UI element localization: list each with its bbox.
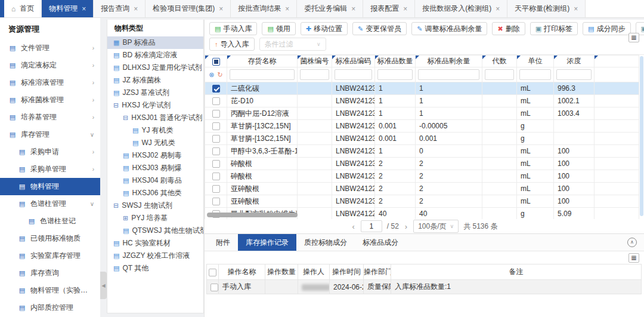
toolbar-button[interactable]: ▣打印标签 (530, 22, 578, 35)
column-header[interactable]: 菌株编号 (298, 56, 332, 67)
column-filter-input[interactable] (377, 69, 413, 80)
detail-tab[interactable]: 附件 (208, 234, 238, 251)
collapse-panel-icon[interactable]: ∧ (627, 238, 637, 247)
horizontal-scrollbar[interactable] (207, 213, 298, 217)
close-icon[interactable]: × (82, 5, 86, 13)
close-icon[interactable]: × (351, 5, 355, 13)
column-settings-icon[interactable]: ▦ (628, 33, 639, 42)
tree-node[interactable]: ▤DLHXSJ 定量用化学试剂 (107, 61, 203, 74)
sidebar-item[interactable]: ▤色谱柱管理∨ (0, 195, 100, 213)
close-icon[interactable]: × (219, 5, 223, 13)
next-page-icon[interactable]: › (404, 222, 408, 231)
sidebar-item[interactable]: ▤文件管理› (0, 39, 100, 57)
row-checkbox[interactable] (212, 198, 220, 205)
row-checkbox[interactable] (212, 110, 220, 118)
tree-node[interactable]: ▤HXSJ02 易制毒 (107, 149, 203, 162)
prev-page-icon[interactable]: ‹ (351, 222, 355, 231)
tree-node[interactable]: ▤JZSJ 基准试剂 (107, 87, 203, 99)
sidebar-item[interactable]: ▤采购单管理› (0, 161, 100, 178)
row-checkbox[interactable] (210, 284, 218, 291)
tab-0[interactable]: 物料管理× (42, 0, 94, 17)
toolbar-button[interactable]: ↑导入入库 (209, 38, 255, 51)
column-header[interactable]: 标准品编码 (332, 56, 375, 67)
toolbar-button[interactable]: ✎调整标准品剩余量 (411, 22, 487, 35)
tree-node[interactable]: ▦BP 标准品 (107, 36, 203, 49)
reset-filter-icon[interactable]: ↻ (218, 71, 223, 79)
table-row[interactable]: 草甘膦-[13C2,15N]LNBW2412340.001-0.00005g (205, 120, 639, 133)
page-size-select[interactable]: 100条/页 ∨ (413, 220, 459, 233)
row-checkbox[interactable] (212, 185, 220, 193)
sidebar-item[interactable]: ▤色谱柱登记 (0, 213, 100, 230)
condition-filter-select[interactable]: 条件过滤 ∨ (259, 38, 326, 51)
table-row[interactable]: 甲醇中3,6,3-壬基酚-13C6LNBW24123310mL100 (205, 145, 639, 158)
tree-node[interactable]: ▤JZ 标准菌株 (107, 74, 203, 87)
page-number-input[interactable] (361, 220, 382, 232)
row-checkbox[interactable] (212, 85, 220, 93)
column-header[interactable]: 标准品剩余量 (416, 56, 482, 67)
sidebar-item[interactable]: ▤标准菌株管理› (0, 91, 100, 109)
column-header[interactable]: 代数 (482, 56, 517, 67)
column-filter-input[interactable] (335, 69, 372, 80)
table-row[interactable]: 亚砷酸根LNBW24123022mL100 (205, 195, 639, 208)
tab-2[interactable]: 检验项目管理(集团)× (145, 0, 231, 17)
tab-3[interactable]: 按批查询结果× (231, 0, 297, 17)
close-icon[interactable]: × (574, 5, 578, 13)
column-filter-input[interactable] (418, 69, 479, 80)
tree-node[interactable]: ▤QTSWSJ 其他生物试剂 (107, 224, 203, 237)
tab-4[interactable]: 委托业务编辑× (297, 0, 363, 17)
table-row[interactable]: 草甘膦-[13C2,15N]LNBW2412350.0010.001g (205, 133, 639, 145)
sidebar-item[interactable]: ▤标准溶液管理› (0, 74, 100, 91)
detail-tab[interactable]: 库存操作记录 (238, 234, 296, 251)
table-row[interactable]: 芘-D10LNBW24123711mL1002.1 (205, 95, 639, 107)
column-filter-input[interactable] (556, 69, 592, 80)
tree-node[interactable]: ⊟HXSJ01 普通化学试剂 (107, 112, 203, 124)
row-checkbox[interactable] (212, 147, 220, 155)
sidebar-item[interactable]: ▤物料管理（实验室人员） (0, 282, 100, 299)
column-filter-input[interactable] (230, 69, 295, 80)
vertical-scrollbar[interactable] (640, 56, 643, 216)
tree-node[interactable]: ⊟SWSJ 生物试剂 (107, 199, 203, 212)
tab-5[interactable]: 报表配置× (363, 0, 415, 17)
detail-tab[interactable]: 质控标物成分 (296, 234, 355, 251)
tree-node[interactable]: ▤HXSJ06 其他类 (107, 187, 203, 199)
toolbar-button[interactable]: ✖删除 (492, 22, 525, 35)
column-header[interactable]: 标准品数量 (375, 56, 416, 67)
row-checkbox[interactable] (212, 173, 220, 180)
tree-node[interactable]: ⊞PYJ 培养基 (107, 212, 203, 224)
tree-node[interactable]: ▤HXSJ03 易制爆 (107, 162, 203, 174)
close-icon[interactable]: × (285, 5, 289, 13)
table-row[interactable]: 亚砷酸根LNBW24122922mL100 (205, 183, 639, 195)
table-row[interactable]: 砷酸根LNBW24123222mL100 (205, 170, 639, 183)
toolbar-button[interactable]: ✎变更保管员 (352, 22, 407, 35)
column-header[interactable]: 存货名称 (227, 56, 298, 67)
column-settings-icon[interactable]: ▦ (628, 253, 639, 263)
sidebar-item[interactable]: ▤库存查询 (0, 264, 100, 282)
table-row[interactable]: 手动入库2024-06-24质量保障部入库标准品数量:1 (207, 280, 642, 294)
tab-6[interactable]: 按批数据录入(检测组)× (415, 0, 507, 17)
table-row[interactable]: 二硫化碳LNBW24123811mL996.3 (205, 82, 639, 95)
toolbar-button[interactable]: ▤手动入库 (209, 22, 257, 35)
toolbar-button[interactable]: ▤成分同步 (583, 22, 630, 35)
row-checkbox[interactable] (212, 160, 220, 168)
tree-node[interactable]: ▤YJ 有机类 (107, 124, 203, 137)
clear-filter-icon[interactable]: ⊗ (209, 71, 214, 79)
tab-7[interactable]: 天平称量(检测组)× (507, 0, 586, 17)
sidebar-item[interactable]: ▤培养基管理› (0, 109, 100, 126)
select-all-checkbox[interactable] (209, 269, 216, 276)
close-icon[interactable]: × (403, 5, 407, 13)
sidebar-item[interactable]: ▤已领用标准物质 (0, 230, 100, 247)
tree-node[interactable]: ▤QT 其他 (107, 262, 203, 275)
sidebar-item[interactable]: ▤内部质控管理 (0, 299, 100, 316)
row-checkbox[interactable] (212, 135, 220, 143)
sidebar-collapse-handle[interactable]: ◀ (100, 272, 107, 299)
close-icon[interactable]: × (134, 5, 138, 13)
table-row[interactable]: 砷酸根LNBW24123122mL100 (205, 158, 639, 170)
row-checkbox[interactable] (212, 122, 220, 130)
column-filter-input[interactable] (485, 69, 514, 80)
column-header[interactable]: 单位 (517, 56, 554, 67)
tree-node[interactable]: ▤JZGZY 校准工作溶液 (107, 250, 203, 262)
sidebar-item[interactable]: ▤库存管理∨ (0, 126, 100, 143)
column-filter-input[interactable] (300, 69, 329, 80)
column-header[interactable]: 浓度 (554, 56, 595, 67)
sidebar-item[interactable]: ▤采购申请› (0, 143, 100, 161)
